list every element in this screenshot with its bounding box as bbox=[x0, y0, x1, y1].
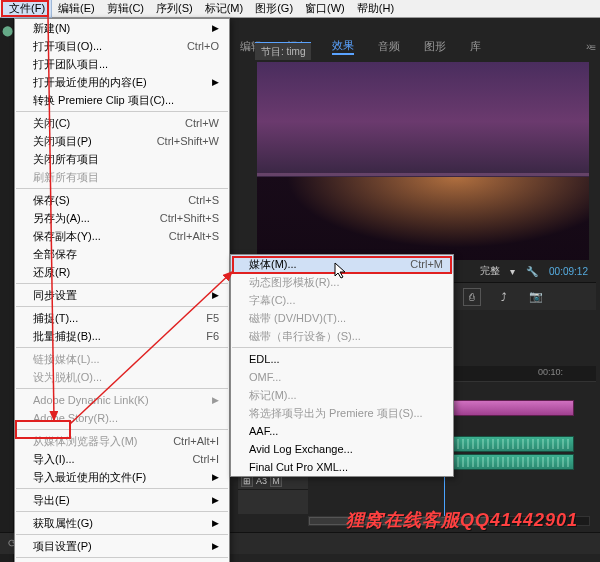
menu-item-label: Adobe Dynamic Link(K) bbox=[33, 394, 149, 406]
chevron-down-icon[interactable]: ▾ bbox=[510, 266, 515, 277]
menu-shortcut: Ctrl+Shift+W bbox=[157, 135, 219, 147]
file-menu-item[interactable]: 还原(R) bbox=[15, 263, 229, 281]
menu-shortcut: F6 bbox=[206, 330, 219, 342]
menu-item-label: 导出(E) bbox=[33, 493, 70, 508]
file-menu-item[interactable]: 导入最近使用的文件(F)▶ bbox=[15, 468, 229, 486]
menu-item-label: 从媒体浏览器导入(M) bbox=[33, 434, 138, 449]
file-menu-item[interactable]: 关闭项目(P)Ctrl+Shift+W bbox=[15, 132, 229, 150]
file-menu-item[interactable]: 全部保存 bbox=[15, 245, 229, 263]
file-menu: 新建(N)▶打开项目(O)...Ctrl+O打开团队项目...打开最近使用的内容… bbox=[14, 18, 230, 562]
file-menu-item[interactable]: 关闭(C)Ctrl+W bbox=[15, 114, 229, 132]
monitor-menu-icon[interactable]: ≡ bbox=[590, 42, 596, 60]
menu-marker[interactable]: 标记(M) bbox=[199, 0, 250, 17]
menu-edit[interactable]: 编辑(E) bbox=[52, 0, 101, 17]
file-menu-item: 从媒体浏览器导入(M)Ctrl+Alt+I bbox=[15, 432, 229, 450]
file-menu-item[interactable]: 关闭所有项目 bbox=[15, 150, 229, 168]
file-menu-item[interactable]: 另存为(A)...Ctrl+Shift+S bbox=[15, 209, 229, 227]
menu-sequence[interactable]: 序列(S) bbox=[150, 0, 199, 17]
menu-separator bbox=[16, 188, 228, 189]
menu-item-label: 项目设置(P) bbox=[33, 539, 92, 554]
menu-item-label: 刷新所有项目 bbox=[33, 170, 99, 185]
file-menu-item[interactable]: 批量捕捉(B)...F6 bbox=[15, 327, 229, 345]
export-menu-item: 磁带（串行设备）(S)... bbox=[231, 327, 453, 345]
menu-item-label: 保存(S) bbox=[33, 193, 70, 208]
menu-item-label: 新建(N) bbox=[33, 21, 70, 36]
menu-item-label: 磁带（串行设备）(S)... bbox=[249, 329, 361, 344]
file-menu-item[interactable]: 导入(I)...Ctrl+I bbox=[15, 450, 229, 468]
menu-item-label: 媒体(M)... bbox=[249, 257, 297, 272]
wrench-icon[interactable]: 🔧 bbox=[525, 264, 539, 278]
file-menu-item[interactable]: 保存(S)Ctrl+S bbox=[15, 191, 229, 209]
menu-item-label: AAF... bbox=[249, 425, 278, 437]
menu-graphics[interactable]: 图形(G) bbox=[249, 0, 299, 17]
file-menu-item[interactable]: 同步设置▶ bbox=[15, 286, 229, 304]
menubar: 文件(F) 编辑(E) 剪辑(C) 序列(S) 标记(M) 图形(G) 窗口(W… bbox=[0, 0, 600, 18]
export-menu-item: 磁带 (DV/HDV)(T)... bbox=[231, 309, 453, 327]
file-menu-item[interactable]: 打开项目(O)...Ctrl+O bbox=[15, 37, 229, 55]
menu-item-label: 打开团队项目... bbox=[33, 57, 108, 72]
submenu-arrow-icon: ▶ bbox=[212, 395, 219, 405]
export-menu-item[interactable]: EDL... bbox=[231, 350, 453, 368]
export-menu-item[interactable]: AAF... bbox=[231, 422, 453, 440]
file-menu-item[interactable]: 项目设置(P)▶ bbox=[15, 537, 229, 555]
menu-separator bbox=[16, 306, 228, 307]
file-menu-item[interactable]: 打开团队项目... bbox=[15, 55, 229, 73]
menu-item-label: 还原(R) bbox=[33, 265, 70, 280]
menu-item-label: 另存为(A)... bbox=[33, 211, 90, 226]
menu-separator bbox=[16, 347, 228, 348]
menu-item-label: 关闭项目(P) bbox=[33, 134, 92, 149]
export-frame-button[interactable]: ⎙ bbox=[463, 288, 481, 306]
menu-item-label: 关闭所有项目 bbox=[33, 152, 99, 167]
submenu-arrow-icon: ▶ bbox=[212, 472, 219, 482]
file-menu-item[interactable]: 新建(N)▶ bbox=[15, 19, 229, 37]
file-menu-item: 链接媒体(L)... bbox=[15, 350, 229, 368]
menu-item-label: 捕捉(T)... bbox=[33, 311, 78, 326]
file-menu-item[interactable]: 转换 Premiere Clip 项目(C)... bbox=[15, 91, 229, 109]
menu-item-label: 导入最近使用的文件(F) bbox=[33, 470, 146, 485]
file-menu-item[interactable]: 保存副本(Y)...Ctrl+Alt+S bbox=[15, 227, 229, 245]
menu-item-label: 动态图形模板(R)... bbox=[249, 275, 339, 290]
menu-item-label: 打开最近使用的内容(E) bbox=[33, 75, 147, 90]
lift-button[interactable]: ⤴ bbox=[495, 288, 513, 306]
menu-item-label: 磁带 (DV/HDV)(T)... bbox=[249, 311, 346, 326]
monitor-tab-program[interactable]: 节目: timg bbox=[255, 42, 311, 60]
menu-item-label: 同步设置 bbox=[33, 288, 77, 303]
file-menu-item: 设为脱机(O)... bbox=[15, 368, 229, 386]
menu-shortcut: Ctrl+O bbox=[187, 40, 219, 52]
menu-separator bbox=[16, 488, 228, 489]
fit-dropdown[interactable]: 完整 bbox=[480, 264, 500, 278]
menu-help[interactable]: 帮助(H) bbox=[351, 0, 400, 17]
menu-window[interactable]: 窗口(W) bbox=[299, 0, 351, 17]
menu-file[interactable]: 文件(F) bbox=[2, 0, 52, 18]
submenu-arrow-icon: ▶ bbox=[212, 290, 219, 300]
export-menu-item[interactable]: Final Cut Pro XML... bbox=[231, 458, 453, 476]
menu-item-label: 字幕(C)... bbox=[249, 293, 295, 308]
menu-item-label: 保存副本(Y)... bbox=[33, 229, 101, 244]
file-menu-item[interactable]: 获取属性(G)▶ bbox=[15, 514, 229, 532]
menu-item-label: OMF... bbox=[249, 371, 281, 383]
file-menu-item[interactable]: 捕捉(T)...F5 bbox=[15, 309, 229, 327]
menu-item-label: 将选择项导出为 Premiere 项目(S)... bbox=[249, 406, 423, 421]
record-icon[interactable]: ⬤ bbox=[0, 18, 14, 42]
export-menu-item[interactable]: Avid Log Exchange... bbox=[231, 440, 453, 458]
menu-item-label: Adobe Story(R)... bbox=[33, 412, 118, 424]
export-menu-item: 标记(M)... bbox=[231, 386, 453, 404]
menu-shortcut: Ctrl+Alt+I bbox=[173, 435, 219, 447]
timecode-display: 00:09:12 bbox=[549, 266, 588, 277]
camera-icon[interactable]: 📷 bbox=[527, 288, 545, 306]
monitor-tabs: 节目: timg ≡ bbox=[251, 42, 596, 60]
menu-separator bbox=[16, 429, 228, 430]
menu-clip[interactable]: 剪辑(C) bbox=[101, 0, 150, 17]
menu-separator bbox=[16, 557, 228, 558]
menu-item-label: 导入(I)... bbox=[33, 452, 75, 467]
preview-canvas[interactable] bbox=[257, 62, 589, 260]
file-menu-item[interactable]: 导出(E)▶ bbox=[15, 491, 229, 509]
menu-item-label: Final Cut Pro XML... bbox=[249, 461, 348, 473]
export-menu-item: 将选择项导出为 Premiere 项目(S)... bbox=[231, 404, 453, 422]
menu-item-label: 全部保存 bbox=[33, 247, 77, 262]
menu-item-label: 转换 Premiere Clip 项目(C)... bbox=[33, 93, 174, 108]
menu-shortcut: Ctrl+I bbox=[192, 453, 219, 465]
file-menu-item: Adobe Story(R)... bbox=[15, 409, 229, 427]
menu-shortcut: Ctrl+W bbox=[185, 117, 219, 129]
file-menu-item[interactable]: 打开最近使用的内容(E)▶ bbox=[15, 73, 229, 91]
